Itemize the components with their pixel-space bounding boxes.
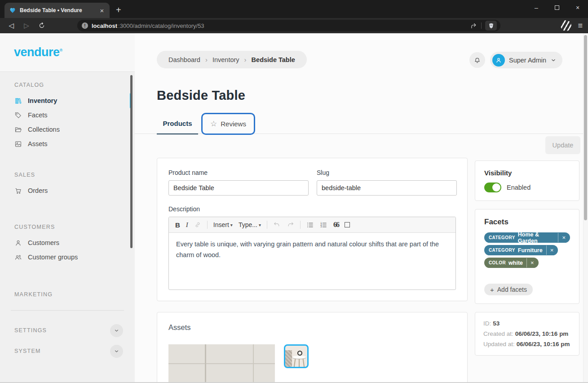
back-icon[interactable]: ◁ [5, 20, 17, 31]
sidebar-item-label: Customers [28, 239, 59, 246]
sidebar-item-orders[interactable]: Orders [0, 183, 135, 198]
tab-products[interactable]: Products [157, 113, 198, 134]
meta-id-line: ID:53 [483, 318, 571, 329]
url-bar[interactable]: ! localhost :3000/admin/catalog/inventor… [77, 20, 500, 31]
sidebar-group-system[interactable]: SYSTEM [0, 343, 123, 359]
bed-shape [285, 350, 292, 367]
breadcrumb-current: Bedside Table [252, 56, 295, 63]
tab-close-icon[interactable]: × [98, 7, 106, 14]
redo-icon[interactable] [287, 221, 294, 229]
remove-facet-icon[interactable]: × [526, 258, 537, 267]
sidebar-item-label: Customer groups [28, 254, 78, 261]
tab-reviews[interactable]: ☆ Reviews [201, 113, 255, 135]
sidebar-item-facets[interactable]: Facets [0, 108, 135, 122]
maximize-icon[interactable] [547, 0, 567, 15]
app-window: vendure® CATALOG Inventory Facets C [0, 33, 588, 383]
chevron-right-icon: › [244, 56, 247, 63]
reload-icon[interactable] [36, 20, 48, 31]
left-column: Product name Slug Description B I [157, 158, 468, 383]
type-menu-button[interactable]: Type...▾ [239, 221, 261, 228]
share-icon[interactable] [470, 22, 477, 30]
folder-icon [14, 126, 22, 134]
asset-row [168, 344, 456, 383]
browser-tab[interactable]: Bedside Table • Vendure × [4, 3, 110, 18]
product-name-input[interactable] [168, 180, 309, 196]
logo-registered-mark: ® [60, 48, 62, 53]
notifications-button[interactable] [469, 52, 485, 68]
chevron-down-icon[interactable] [110, 345, 123, 358]
italic-icon[interactable]: I [186, 221, 188, 229]
forward-icon[interactable]: ▷ [21, 20, 32, 31]
sidebar-scrollbar[interactable] [130, 75, 133, 248]
caret-down-icon: ▾ [259, 223, 261, 227]
vendure-logo[interactable]: vendure® [14, 45, 62, 59]
browser-menu-icon[interactable]: ≡ [578, 21, 583, 31]
page-scrollbar-thumb[interactable] [584, 35, 587, 220]
chevron-down-icon[interactable] [110, 324, 123, 337]
undo-icon[interactable] [273, 221, 281, 229]
chevron-right-icon: › [205, 56, 208, 63]
sidebar-group-settings[interactable]: SETTINGS [0, 322, 123, 338]
description-editor-content[interactable]: Every table is unique, with varying grai… [169, 233, 455, 289]
wood-seam [205, 344, 206, 383]
update-button[interactable]: Update [545, 136, 580, 154]
featured-asset-preview[interactable] [168, 344, 275, 383]
description-field-group: Description B I Insert▾ Type...▾ [168, 205, 456, 290]
new-tab-icon[interactable]: + [116, 5, 121, 15]
sidebar-item-inventory[interactable]: Inventory [0, 94, 135, 108]
close-window-icon[interactable]: × [567, 0, 588, 15]
tab-title: Bedside Table • Vendure [20, 7, 94, 13]
toolbar-divider [300, 221, 301, 229]
user-menu[interactable]: Super Admin [490, 52, 562, 68]
product-name-field-group: Product name [168, 169, 309, 196]
breadcrumb-inventory[interactable]: Inventory [212, 56, 239, 63]
window-controls: – × [526, 0, 588, 15]
remove-facet-icon[interactable]: × [546, 245, 557, 255]
tab-reviews-label: Reviews [221, 120, 246, 128]
bold-icon[interactable]: B [175, 221, 180, 229]
page-title: Bedside Table [157, 88, 245, 103]
slug-input[interactable] [317, 180, 457, 196]
inventory-books-icon [14, 97, 22, 105]
insert-menu-button[interactable]: Insert▾ [213, 221, 233, 228]
add-facets-button[interactable]: + Add facets [484, 284, 533, 295]
toggle-knob [492, 183, 500, 192]
toolbar-divider [207, 221, 208, 229]
blockquote-icon[interactable]: 66 [333, 221, 339, 229]
enabled-toggle[interactable] [484, 183, 501, 192]
brave-shield-icon[interactable] [485, 21, 497, 31]
browser-titlebar: Bedside Table • Vendure × + – × [0, 0, 588, 18]
insert-label: Insert [213, 221, 229, 228]
link-icon[interactable] [194, 221, 201, 228]
facet-chip: CATEGORY Furniture × [484, 245, 558, 255]
ordered-list-icon[interactable]: 123 [320, 221, 327, 229]
url-path: :3000/admin/catalog/inventory/53 [118, 22, 204, 29]
sidebar-item-customers[interactable]: Customers [0, 236, 135, 250]
page-scrollbar-track[interactable] [583, 33, 588, 383]
html-block-icon[interactable] [345, 222, 350, 227]
url-divider [481, 22, 482, 29]
remove-facet-icon[interactable]: × [558, 233, 569, 242]
breadcrumb-dashboard[interactable]: Dashboard [168, 56, 200, 63]
section-title-sales: SALES [14, 172, 135, 178]
sidebar-item-assets[interactable]: Assets [0, 137, 135, 151]
sidebar-item-customer-groups[interactable]: Customer groups [0, 250, 135, 264]
site-info-icon[interactable]: ! [82, 22, 88, 29]
editor-toolbar: B I Insert▾ Type...▾ [169, 217, 455, 233]
facet-value-label: Home & Garden [518, 232, 555, 244]
cart-icon [14, 187, 22, 195]
tab-strip: Products ☆ Reviews [157, 113, 255, 134]
browser-profile-avatar[interactable] [561, 20, 571, 31]
bullet-list-icon[interactable] [306, 221, 314, 229]
sidebar-item-label: Facets [28, 111, 48, 119]
sidebar-item-collections[interactable]: Collections [0, 122, 135, 137]
minimize-icon[interactable]: – [526, 0, 547, 15]
section-title-settings: SETTINGS [14, 327, 47, 334]
asset-thumbnail-selected[interactable] [284, 344, 309, 368]
facet-chip-list: CATEGORY Home & Garden × CATEGORY Furnit… [484, 232, 570, 270]
updated-value: 06/06/23, 10:16 pm [517, 341, 570, 347]
meta-created-line: Created at:06/06/23, 10:16 pm [483, 329, 571, 339]
entity-meta-card: ID:53 Created at:06/06/23, 10:16 pm Upda… [475, 312, 579, 356]
facet-value-label: Furniture [518, 247, 543, 254]
rich-text-editor: B I Insert▾ Type...▾ [168, 217, 456, 290]
